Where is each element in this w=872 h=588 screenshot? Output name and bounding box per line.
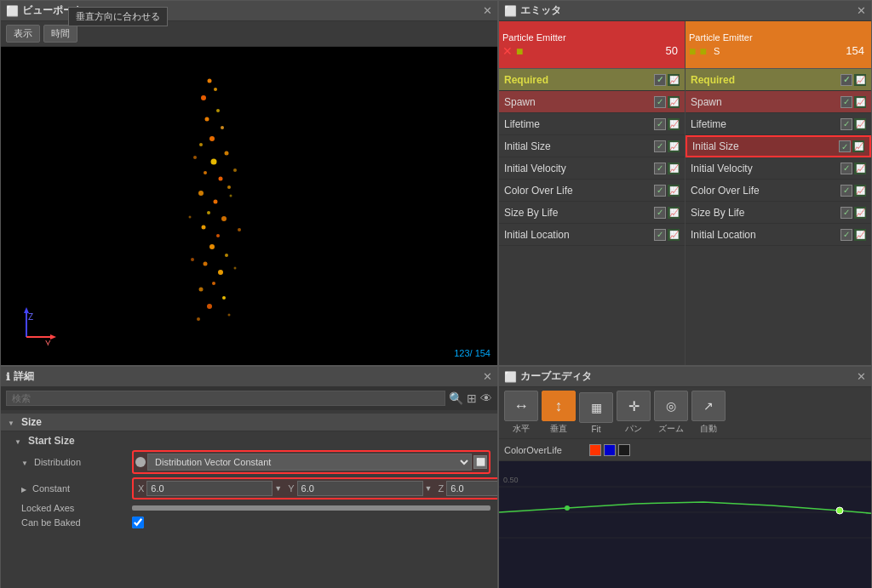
required-chart-right[interactable]: 📈 (854, 74, 866, 86)
curve-btn-fit[interactable]: ▦ (579, 392, 613, 423)
viewport-view-button[interactable]: 表示 (6, 25, 40, 43)
initial-velocity-chart-left[interactable]: 📈 (668, 163, 680, 174)
can-be-baked-checkbox[interactable] (132, 517, 144, 528)
color-over-life-cb-right[interactable]: ✓ (840, 185, 852, 197)
required-cb-left[interactable]: ✓ (654, 74, 666, 86)
initial-size-chart-right[interactable]: 📈 (852, 140, 864, 152)
curve-btn-horizontal[interactable]: ↔ (504, 391, 538, 421)
emitter-columns: Particle Emitter ✕ ■ 50 Required ✓ 📈 (499, 21, 871, 365)
initial-velocity-cb-right[interactable]: ✓ (840, 163, 852, 174)
spawn-cb-left[interactable]: ✓ (654, 96, 666, 108)
x-arrow[interactable]: ▼ (272, 484, 284, 493)
emitter-row-initial-velocity-right[interactable]: Initial Velocity ✓ 📈 (686, 157, 871, 180)
size-by-life-cb-right[interactable]: ✓ (840, 207, 852, 219)
initial-velocity-chart-right[interactable]: 📈 (854, 163, 866, 174)
emitter-row-initial-location-left[interactable]: Initial Location ✓ 📈 (499, 224, 685, 246)
start-size-label: Start Size (28, 435, 75, 447)
lifetime-cb-left[interactable]: ✓ (654, 118, 666, 130)
svg-point-15 (207, 211, 210, 214)
emitter-row-initial-size-left[interactable]: Initial Size ✓ 📈 (499, 135, 685, 157)
section-size-label: Size (21, 416, 42, 428)
curve-btn-zoom[interactable]: ◎ (654, 391, 688, 421)
emitter-row-spawn-left[interactable]: Spawn ✓ 📈 (499, 91, 685, 113)
x-input[interactable] (146, 481, 272, 496)
z-label: Z (436, 483, 447, 494)
x-field: X ▼ (135, 481, 284, 496)
initial-size-icons-right: ✓ 📈 (839, 140, 864, 152)
color-over-life-chart-right[interactable]: 📈 (854, 185, 866, 197)
search-input[interactable] (6, 391, 445, 406)
eye-icon[interactable]: 👁 (480, 391, 492, 405)
emitter-row-color-over-life-right[interactable]: Color Over Life ✓ 📈 (686, 180, 871, 202)
start-size-header[interactable]: Start Size (1, 433, 497, 448)
curve-close[interactable]: ✕ (857, 370, 866, 383)
color-over-life-chart-left[interactable]: 📈 (668, 185, 680, 197)
emitter-close[interactable]: ✕ (857, 4, 866, 17)
lifetime-chart-right[interactable]: 📈 (854, 118, 866, 130)
details-close[interactable]: ✕ (483, 370, 492, 383)
emitter-row-required-left[interactable]: Required ✓ 📈 (499, 69, 685, 91)
curve-btn-fit-label: Fit (591, 425, 600, 434)
curve-graph[interactable]: 0.50 (499, 461, 871, 588)
emitter-row-size-by-life-right[interactable]: Size By Life ✓ 📈 (686, 202, 871, 224)
curve-btn-pan[interactable]: ✛ (617, 391, 651, 421)
svg-text:Z: Z (28, 312, 33, 322)
lifetime-label-right: Lifetime (691, 118, 840, 130)
size-by-life-chart-left[interactable]: 📈 (668, 207, 680, 219)
emitter-row-lifetime-right[interactable]: Lifetime ✓ 📈 (686, 113, 871, 135)
curve-btn-zoom-wrap: ◎ ズーム (654, 391, 688, 435)
viewport-time-button[interactable]: 時間 (43, 25, 77, 43)
emitter-right-name: Particle Emitter (689, 32, 868, 43)
distribution-row: Distribution Distribution Vector Constan… (1, 448, 497, 476)
grid-view-icon[interactable]: ⊞ (467, 391, 477, 405)
initial-location-cb-right[interactable]: ✓ (840, 229, 852, 241)
initial-size-cb-left[interactable]: ✓ (654, 140, 666, 152)
curve-btn-auto[interactable]: ↗ (691, 391, 726, 421)
section-size-header[interactable]: Size (1, 414, 497, 431)
emitter-row-color-over-life-left[interactable]: Color Over Life ✓ 📈 (499, 180, 685, 202)
initial-size-chart-left[interactable]: 📈 (668, 140, 680, 152)
size-by-life-cb-left[interactable]: ✓ (654, 207, 666, 219)
z-input[interactable] (446, 481, 497, 496)
emitter-row-initial-velocity-left[interactable]: Initial Velocity ✓ 📈 (499, 157, 685, 180)
emitter-row-initial-size-right[interactable]: Initial Size ✓ 📈 (686, 135, 871, 157)
emitter-row-spawn-right[interactable]: Spawn ✓ 📈 (686, 91, 871, 113)
initial-velocity-cb-left[interactable]: ✓ (654, 163, 666, 174)
frame-counter: 123/ 154 (454, 348, 490, 358)
initial-size-cb-right[interactable]: ✓ (839, 140, 851, 152)
spawn-chart-right[interactable]: 📈 (854, 96, 866, 108)
curve-btn-vertical[interactable]: ↕ (542, 391, 576, 421)
color-box-red (589, 444, 601, 456)
distribution-value-container: Distribution Vector Constant ⬜ (132, 450, 490, 474)
size-by-life-label-right: Size By Life (691, 207, 840, 219)
size-by-life-label-left: Size By Life (504, 207, 654, 219)
svg-point-33 (234, 267, 237, 270)
lifetime-chart-left[interactable]: 📈 (668, 118, 680, 130)
distribution-expand-btn[interactable]: ⬜ (473, 455, 487, 469)
spawn-chart-left[interactable]: 📈 (668, 96, 680, 108)
y-arrow[interactable]: ▼ (423, 484, 434, 493)
svg-point-2 (201, 95, 206, 100)
size-by-life-icons-left: ✓ 📈 (654, 207, 680, 219)
search-icon[interactable]: 🔍 (449, 391, 463, 405)
initial-location-chart-right[interactable]: 📈 (854, 229, 866, 241)
y-input[interactable] (297, 481, 423, 496)
emitter-row-size-by-life-left[interactable]: Size By Life ✓ 📈 (499, 202, 685, 224)
initial-location-cb-left[interactable]: ✓ (654, 229, 666, 241)
initial-location-chart-left[interactable]: 📈 (668, 229, 680, 241)
svg-point-30 (238, 228, 241, 231)
emitter-row-required-right[interactable]: Required ✓ 📈 (686, 69, 871, 91)
viewport-close[interactable]: ✕ (483, 4, 492, 17)
emitter-row-initial-location-right[interactable]: Initial Location ✓ 📈 (686, 224, 871, 246)
curve-btn-fit-wrap: ▦ Fit (579, 392, 613, 434)
color-over-life-cb-left[interactable]: ✓ (654, 185, 666, 197)
right-y-icon: ■ (699, 44, 706, 58)
spawn-cb-right[interactable]: ✓ (840, 96, 852, 108)
required-chart-left[interactable]: 📈 (668, 74, 680, 86)
lifetime-cb-right[interactable]: ✓ (840, 118, 852, 130)
curve-toolbar: ↔ 水平 ↕ 垂直 ▦ Fit ✛ パン ◎ ズーム ↗ 自動 (499, 387, 871, 439)
distribution-select[interactable]: Distribution Vector Constant (147, 454, 472, 471)
size-by-life-chart-right[interactable]: 📈 (854, 207, 866, 219)
required-cb-right[interactable]: ✓ (840, 74, 852, 86)
emitter-row-lifetime-left[interactable]: Lifetime ✓ 📈 (499, 113, 685, 135)
